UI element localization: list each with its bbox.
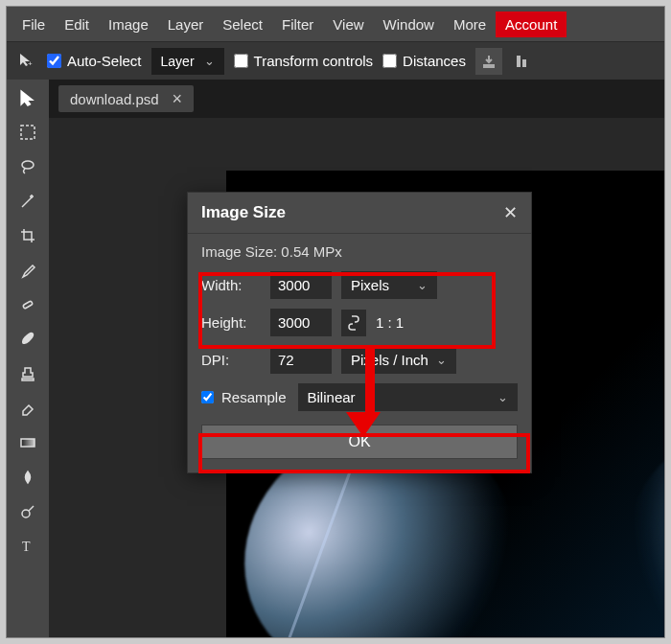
transform-controls-checkbox[interactable]: Transform controls [234, 53, 373, 69]
width-unit-value: Pixels [351, 277, 389, 293]
blur-tool-icon[interactable] [13, 465, 42, 490]
tab-filename: download.psd [70, 91, 159, 107]
menu-file[interactable]: File [12, 12, 55, 36]
document-tabs: download.psd × [49, 80, 203, 118]
svg-point-7 [22, 510, 30, 518]
target-value: Layer [161, 54, 195, 69]
download-icon[interactable] [475, 48, 502, 75]
menu-account[interactable]: Account [496, 12, 567, 37]
resample-checkbox[interactable] [201, 391, 214, 403]
chevron-down-icon: ⌄ [436, 353, 447, 367]
move-tool-icon: + [14, 52, 37, 71]
svg-text:+: + [28, 59, 33, 67]
height-label: Height: [201, 314, 261, 331]
brush-tool-icon[interactable] [13, 327, 42, 352]
svg-text:T: T [22, 540, 31, 554]
auto-select-label: Auto-Select [67, 53, 142, 69]
menu-filter[interactable]: Filter [272, 12, 323, 36]
menu-view[interactable]: View [323, 12, 373, 36]
stamp-tool-icon[interactable] [13, 361, 42, 386]
menubar: File Edit Image Layer Select Filter View… [7, 7, 664, 41]
healing-tool-icon[interactable] [13, 292, 42, 317]
svg-rect-3 [21, 126, 35, 139]
width-unit-dropdown[interactable]: Pixels ⌄ [341, 271, 437, 299]
distances-checkbox[interactable]: Distances [382, 53, 466, 69]
chevron-down-icon: ⌄ [204, 54, 215, 68]
chevron-down-icon: ⌄ [497, 390, 508, 404]
wand-tool-icon[interactable] [13, 189, 42, 214]
annotation-arrow-icon [359, 345, 381, 437]
close-icon[interactable]: ✕ [503, 202, 518, 223]
dpi-input[interactable] [270, 346, 332, 374]
auto-select-checkbox[interactable]: Auto-Select [47, 53, 142, 69]
distances-input[interactable] [382, 54, 397, 68]
auto-select-input[interactable] [47, 54, 61, 68]
menu-image[interactable]: Image [99, 12, 158, 36]
transform-controls-label: Transform controls [254, 53, 373, 69]
options-bar: + Auto-Select Layer ⌄ Transform controls… [7, 41, 664, 80]
svg-point-4 [22, 161, 34, 169]
menu-window[interactable]: Window [374, 12, 444, 36]
type-tool-icon[interactable]: T [13, 534, 42, 559]
chevron-down-icon: ⌄ [417, 278, 428, 292]
resample-method-dropdown[interactable]: Bilinear ⌄ [298, 383, 518, 411]
marquee-tool-icon[interactable] [13, 120, 42, 145]
width-input[interactable] [270, 271, 332, 299]
gradient-tool-icon[interactable] [13, 430, 42, 455]
image-size-text: Image Size: 0.54 MPx [201, 243, 518, 260]
move-tool-icon[interactable] [13, 85, 42, 110]
dodge-tool-icon[interactable] [13, 499, 42, 524]
document-tab[interactable]: download.psd × [58, 85, 194, 112]
width-label: Width: [201, 277, 261, 293]
height-row: Height: 1 : 1 [201, 309, 518, 336]
svg-rect-5 [23, 301, 34, 309]
svg-rect-1 [517, 56, 521, 67]
dialog-title: Image Size [201, 203, 286, 222]
menu-select[interactable]: Select [213, 12, 272, 36]
width-row: Width: Pixels ⌄ [201, 271, 518, 299]
close-icon[interactable]: × [173, 90, 183, 107]
menu-edit[interactable]: Edit [55, 12, 99, 36]
menu-more[interactable]: More [444, 12, 496, 36]
eraser-tool-icon[interactable] [13, 396, 42, 421]
dpi-label: DPI: [201, 352, 261, 368]
distances-label: Distances [403, 53, 466, 69]
dialog-titlebar[interactable]: Image Size ✕ [188, 193, 531, 234]
svg-rect-6 [21, 439, 35, 447]
align-icon[interactable] [512, 48, 539, 75]
crop-tool-icon[interactable] [13, 223, 42, 248]
eyedropper-tool-icon[interactable] [13, 258, 42, 283]
target-dropdown[interactable]: Layer ⌄ [151, 48, 224, 75]
height-input[interactable] [270, 309, 332, 336]
transform-controls-input[interactable] [234, 54, 248, 68]
aspect-ratio: 1 : 1 [376, 314, 404, 331]
toolbox: T [7, 80, 49, 638]
resample-label: Resample [221, 389, 287, 405]
svg-rect-2 [522, 59, 526, 67]
image-decoration [286, 445, 360, 638]
resample-method-value: Bilinear [308, 389, 356, 405]
link-dimensions-icon[interactable] [341, 310, 366, 336]
menu-layer[interactable]: Layer [158, 12, 214, 36]
lasso-tool-icon[interactable] [13, 154, 42, 179]
